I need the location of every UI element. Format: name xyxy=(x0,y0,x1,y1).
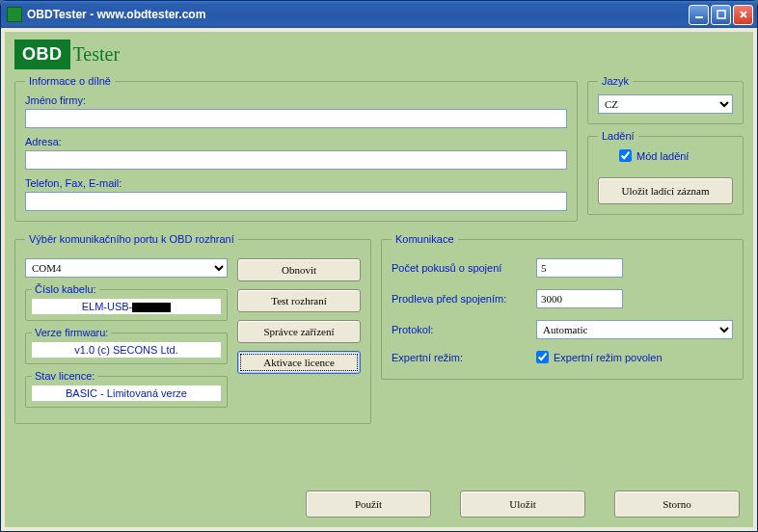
app-icon xyxy=(7,7,22,22)
expert-checkbox-label[interactable]: Expertní režim povolen xyxy=(536,351,733,363)
debug-legend: Ladění xyxy=(598,130,638,142)
address-input[interactable] xyxy=(25,150,567,170)
firmware-value: v1.0 (c) SECONS Ltd. xyxy=(32,342,221,358)
delay-input[interactable] xyxy=(536,289,623,308)
license-legend: Stav licence: xyxy=(32,370,97,382)
expert-label: Expertní režim: xyxy=(392,352,536,363)
titlebar[interactable]: OBDTester - www.obdtester.com xyxy=(1,1,757,28)
port-legend: Výběr komunikačního portu k OBD rozhraní xyxy=(25,233,238,245)
communication-legend: Komunikace xyxy=(392,233,458,245)
window-title: OBDTester - www.obdtester.com xyxy=(27,8,689,21)
test-interface-button[interactable]: Test rozhraní xyxy=(237,289,361,312)
communication-group: Komunikace Počet pokusů o spojení Prodle… xyxy=(381,233,744,380)
maximize-button[interactable] xyxy=(711,5,731,25)
company-label: Jméno firmy: xyxy=(25,94,567,106)
cancel-button[interactable]: Storno xyxy=(614,491,740,518)
language-group: Jazyk CZ xyxy=(587,75,744,124)
port-select[interactable]: COM4 xyxy=(25,258,228,278)
minimize-button[interactable] xyxy=(689,5,709,25)
save-button[interactable]: Uložit xyxy=(460,491,585,518)
address-label: Adresa: xyxy=(25,136,567,147)
debug-group: Ladění Mód ladění Uložit ladící záznam xyxy=(587,130,744,215)
company-input[interactable] xyxy=(25,109,567,128)
cable-value: ELM-USB- xyxy=(32,299,221,314)
cable-group: Číslo kabelu: ELM-USB- xyxy=(25,283,228,321)
protocol-select[interactable]: Automatic xyxy=(536,320,733,339)
firmware-group: Verze firmwaru: v1.0 (c) SECONS Ltd. xyxy=(25,327,228,364)
contact-label: Telefon, Fax, E-mail: xyxy=(25,177,567,189)
language-select[interactable]: CZ xyxy=(598,94,733,114)
expert-checkbox[interactable] xyxy=(536,351,549,363)
activate-license-button[interactable]: Aktivace licence xyxy=(237,351,361,374)
logo-text: Tester xyxy=(73,43,121,66)
content-area: OBD Tester Informace o dílně Jméno firmy… xyxy=(5,32,753,527)
license-value: BASIC - Limitovaná verze xyxy=(32,386,221,401)
refresh-button[interactable]: Obnovit xyxy=(237,258,361,281)
logo: OBD Tester xyxy=(14,40,120,69)
license-group: Stav licence: BASIC - Limitovaná verze xyxy=(25,370,228,408)
contact-input[interactable] xyxy=(25,192,567,211)
redacted-text xyxy=(132,303,171,312)
delay-label: Prodleva před spojením: xyxy=(392,293,536,305)
cable-legend: Číslo kabelu: xyxy=(32,283,99,295)
save-debug-button[interactable]: Uložit ladící záznam xyxy=(598,177,733,204)
protocol-label: Protokol: xyxy=(392,324,536,335)
device-manager-button[interactable]: Správce zařízení xyxy=(237,320,361,343)
port-group: Výběr komunikačního portu k OBD rozhraní… xyxy=(14,233,371,424)
workshop-group: Informace o dílně Jméno firmy: Adresa: T… xyxy=(14,75,578,222)
expert-checkbox-text: Expertní režim povolen xyxy=(554,352,663,363)
debug-mode-checkbox-label[interactable]: Mód ladění xyxy=(619,149,689,162)
close-icon xyxy=(739,10,748,19)
apply-button[interactable]: Použít xyxy=(306,491,431,518)
svg-rect-1 xyxy=(717,11,725,18)
app-window: OBDTester - www.obdtester.com OBD Tester… xyxy=(0,0,758,532)
minimize-icon xyxy=(694,10,704,19)
svg-rect-0 xyxy=(695,16,703,18)
logo-box: OBD xyxy=(14,40,70,69)
dialog-buttons: Použít Uložit Storno xyxy=(306,491,740,518)
debug-mode-text: Mód ladění xyxy=(636,150,689,162)
attempts-label: Počet pokusů o spojení xyxy=(392,262,536,274)
firmware-legend: Verze firmwaru: xyxy=(32,327,111,338)
attempts-input[interactable] xyxy=(536,258,623,278)
debug-mode-checkbox[interactable] xyxy=(619,149,632,162)
language-legend: Jazyk xyxy=(598,75,633,87)
maximize-icon xyxy=(717,10,726,19)
close-button[interactable] xyxy=(733,5,753,25)
workshop-legend: Informace o dílně xyxy=(25,75,115,87)
